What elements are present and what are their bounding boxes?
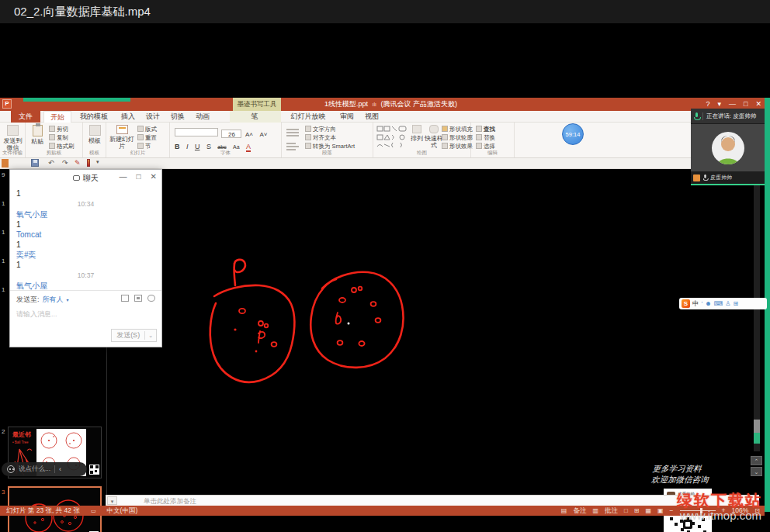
scrollbar-thumb[interactable] bbox=[754, 420, 760, 433]
participant-video[interactable] bbox=[691, 124, 765, 171]
notes-toggle[interactable]: 备注 bbox=[573, 506, 586, 516]
reading-view-icon[interactable]: ▦ bbox=[645, 506, 651, 516]
quick-styles-icon bbox=[429, 125, 439, 133]
ime-toolbox-icon[interactable]: ⊞ bbox=[733, 300, 738, 307]
tab-transitions[interactable]: 切换 bbox=[166, 111, 189, 123]
send-button[interactable]: 发送(S) ⌄ bbox=[111, 329, 157, 342]
paste-button[interactable]: 粘贴 bbox=[29, 125, 46, 145]
cut-button[interactable]: 剪切 bbox=[49, 125, 68, 133]
chat-message: 1 bbox=[16, 260, 155, 270]
paste-icon bbox=[33, 125, 43, 136]
brush-tool-icon[interactable] bbox=[2, 159, 9, 168]
select-icon bbox=[476, 143, 482, 149]
chat-minimize-icon[interactable]: — bbox=[120, 172, 127, 181]
notes-pane[interactable]: ▾ 单击此处添加备注 bbox=[106, 495, 759, 506]
chat-input[interactable]: 请输入消息... bbox=[16, 309, 57, 320]
shapes-gallery[interactable] bbox=[376, 126, 408, 150]
chat-titlebar[interactable]: 聊天 — □ ✕ bbox=[10, 170, 161, 187]
slide-scrollbar[interactable] bbox=[754, 172, 760, 451]
layout-button[interactable]: 版式 bbox=[137, 125, 157, 133]
zoom-out-icon[interactable]: − bbox=[670, 506, 674, 516]
strikethrough-button[interactable]: abc bbox=[217, 144, 226, 150]
bullet-list-icon[interactable] bbox=[286, 127, 299, 138]
collapse-pill-icon[interactable]: ‹ bbox=[59, 465, 61, 473]
grow-font-button[interactable]: A˄ bbox=[245, 131, 253, 138]
font-size-box[interactable]: 26 bbox=[221, 130, 241, 138]
find-icon bbox=[476, 126, 482, 132]
notes-collapse-icon[interactable]: ▾ bbox=[107, 496, 117, 505]
mention-icon[interactable] bbox=[147, 295, 155, 302]
tab-design[interactable]: 设计 bbox=[141, 111, 165, 123]
image-icon[interactable] bbox=[134, 295, 142, 302]
shape-fill-button[interactable]: 形状填充 bbox=[442, 125, 473, 133]
participant-name-bar: 皮蛋帅帅 bbox=[691, 171, 765, 184]
slide-sorter-icon[interactable]: ⊞ bbox=[634, 506, 640, 516]
tab-view[interactable]: 视图 bbox=[360, 111, 383, 123]
ribbon: 发送到微信 文件传输 粘贴 剪切 复制 格式刷 剪贴板 模板 模板 bbox=[0, 123, 765, 158]
align-text-button[interactable]: 对齐文本 bbox=[305, 133, 336, 142]
quick-styles-button[interactable]: 快速样式 bbox=[425, 125, 443, 149]
format-painter-icon bbox=[49, 143, 55, 149]
new-slide-button[interactable]: 新建幻灯片 bbox=[109, 125, 135, 150]
input-method-bar[interactable]: S 中 ’ ☻ ⌨ ♙ ⊞ bbox=[679, 298, 767, 309]
send-to-selector[interactable]: 所有人 bbox=[43, 295, 64, 303]
redo-icon[interactable]: ↷ bbox=[62, 159, 68, 167]
qat-dropdown-icon[interactable]: ▾ bbox=[96, 159, 99, 165]
tab-slideshow[interactable]: 幻灯片放映 bbox=[284, 111, 332, 123]
tab-review[interactable]: 审阅 bbox=[335, 111, 359, 123]
shrink-font-button[interactable]: A˅ bbox=[259, 131, 267, 138]
comments-toggle-icon[interactable]: ▥ bbox=[592, 506, 598, 516]
arrange-button[interactable]: 排列 bbox=[409, 125, 425, 142]
send-to-dropdown-icon[interactable]: ▾ bbox=[67, 298, 69, 302]
find-button[interactable]: 查找 bbox=[476, 125, 495, 133]
font-name-box[interactable] bbox=[175, 128, 218, 136]
copy-button[interactable]: 复制 bbox=[49, 133, 68, 142]
next-slide-button[interactable]: ⌄ bbox=[751, 467, 762, 476]
chat-message-list[interactable]: 1 10:34 氧气小屋 1 Tomcat 1 奕#奕 1 10:37 氧气小屋… bbox=[10, 187, 161, 290]
tab-pen[interactable]: 笔 bbox=[241, 111, 269, 123]
template-button[interactable]: 模板 bbox=[86, 125, 103, 144]
screenshot-icon[interactable] bbox=[121, 295, 129, 302]
pen-icon[interactable]: ✎ bbox=[75, 159, 81, 167]
meeting-badge-icon: ılı bbox=[373, 102, 376, 107]
smartart-icon bbox=[305, 143, 311, 149]
tab-my-templates[interactable]: 我的模板 bbox=[75, 111, 113, 123]
participant-name: 皮蛋帅帅 bbox=[710, 174, 732, 181]
undo-icon[interactable]: ↶ bbox=[48, 159, 54, 167]
sogou-logo-icon[interactable]: S bbox=[682, 299, 690, 308]
ime-keyboard-icon[interactable]: ⌨ bbox=[714, 300, 723, 307]
text-direction-button[interactable]: 文字方向 bbox=[305, 125, 336, 133]
ribbon-group-clipboard: 粘贴 剪切 复制 格式刷 剪贴板 bbox=[26, 123, 83, 157]
reset-button[interactable]: 重置 bbox=[137, 133, 157, 142]
tab-home[interactable]: 开始 bbox=[43, 111, 71, 123]
chat-username: 氧气小屋 bbox=[16, 209, 155, 219]
previous-slide-button[interactable]: ⌃ bbox=[751, 456, 762, 465]
normal-view-icon[interactable]: □ bbox=[624, 506, 628, 516]
send-to-wechat-button[interactable]: 发送到微信 bbox=[2, 125, 23, 151]
replace-button[interactable]: 替换 bbox=[476, 133, 495, 142]
highlighter-icon[interactable] bbox=[87, 159, 90, 167]
comment-input[interactable]: 说点什么... bbox=[19, 465, 50, 474]
ime-emoji-icon[interactable]: ☻ bbox=[705, 300, 711, 307]
change-case-button[interactable]: Aa bbox=[233, 144, 240, 150]
save-icon[interactable] bbox=[31, 159, 39, 167]
chat-close-icon[interactable]: ✕ bbox=[151, 172, 157, 181]
comment-pill[interactable]: 说点什么... ‹ bbox=[2, 462, 87, 476]
tab-file[interactable]: 文件 bbox=[11, 111, 40, 123]
video-title: 02_2.向量数据库基础.mp4 bbox=[14, 5, 151, 19]
slideshow-icon[interactable]: ▣ bbox=[657, 506, 664, 516]
chat-bubble-icon bbox=[73, 175, 80, 181]
tab-animations[interactable]: 动画 bbox=[191, 111, 214, 123]
ime-punctuation-icon[interactable]: ’ bbox=[702, 300, 703, 307]
shape-outline-button[interactable]: 形状轮廓 bbox=[442, 133, 473, 142]
tab-insert[interactable]: 插入 bbox=[116, 111, 140, 123]
meeting-timer-badge[interactable]: 59:14 bbox=[562, 123, 584, 145]
ime-mode-toggle[interactable]: 中 bbox=[692, 299, 699, 309]
notes-toggle-icon[interactable]: ▤ bbox=[561, 506, 567, 516]
comments-toggle[interactable]: 批注 bbox=[605, 506, 618, 516]
emoji-icon[interactable] bbox=[7, 465, 15, 473]
chat-maximize-icon[interactable]: □ bbox=[137, 172, 141, 181]
ime-skin-icon[interactable]: ♙ bbox=[725, 300, 730, 307]
send-options-icon[interactable]: ⌄ bbox=[145, 333, 156, 339]
language-status[interactable]: 中文(中国) bbox=[107, 506, 138, 516]
